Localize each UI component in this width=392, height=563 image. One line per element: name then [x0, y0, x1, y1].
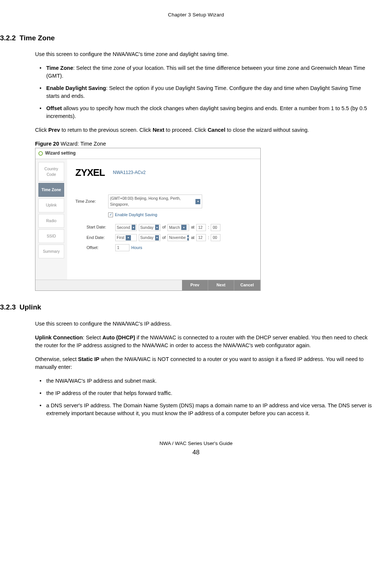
- at-text: at: [191, 235, 194, 241]
- uplink-dhcp-para: Uplink Connection: Select Auto (DHCP) if…: [35, 334, 373, 349]
- colon: :: [208, 224, 209, 230]
- offset-label: Offset:: [87, 245, 113, 251]
- end-hour-input[interactable]: 12: [196, 234, 206, 241]
- start-day-value: Sunday: [140, 225, 154, 230]
- timezone-value: (GMT+08:00) Beijing, Hong Kong, Perth, S…: [110, 196, 194, 207]
- prev-button[interactable]: Prev: [182, 280, 208, 290]
- end-min-input[interactable]: 00: [211, 234, 220, 241]
- start-date-label: Start Date:: [87, 224, 113, 230]
- wizard-titlebar: Wizard setting: [35, 148, 260, 159]
- chapter-header: Chapter 3 Setup Wizard: [19, 11, 373, 19]
- nav-next-bold: Next: [153, 127, 164, 133]
- nav-cancel-bold: Cancel: [208, 127, 226, 133]
- offset-input[interactable]: 1: [115, 244, 129, 251]
- page-number: 48: [19, 448, 373, 457]
- section-number: 3.2.2: [0, 34, 16, 42]
- bullet-text: : Select the time zone of your location.…: [46, 65, 365, 79]
- dropdown-arrow-icon: ▾: [181, 225, 186, 230]
- timezone-label: Time Zone:: [75, 199, 108, 205]
- section-title: Uplink: [19, 303, 41, 311]
- end-week-select[interactable]: First▾: [115, 234, 137, 241]
- dropdown-arrow-icon: ▾: [155, 225, 159, 230]
- uplink-intro: Use this screen to configure the NWA/WAC…: [35, 320, 373, 328]
- wizard-step-country[interactable]: Country Code: [38, 162, 64, 181]
- start-hour-input[interactable]: 12: [196, 224, 206, 231]
- section-title: Time Zone: [19, 34, 55, 42]
- timezone-row: Time Zone: (GMT+08:00) Beijing, Hong Kon…: [75, 195, 252, 208]
- next-button[interactable]: Next: [208, 280, 234, 290]
- offset-row: Offset: 1 Hours: [87, 244, 252, 251]
- wizard-step-timezone[interactable]: Time Zone: [38, 183, 64, 197]
- wizard-step-ssid[interactable]: SSID: [38, 229, 64, 243]
- start-date-row: Start Date: Second▾ Sunday▾ of March▾ at…: [87, 224, 252, 231]
- dropdown-arrow-icon: ▾: [195, 199, 200, 204]
- end-week-value: First: [117, 235, 124, 240]
- at-text: at: [191, 224, 194, 230]
- end-date-label: End Date:: [87, 235, 113, 241]
- bullet-item: Enable Daylight Saving: Select the optio…: [42, 84, 373, 100]
- wizard-main: ZYXEL NWA1123-ACv2 Time Zone: (GMT+08:00…: [67, 159, 260, 280]
- timezone-select[interactable]: (GMT+08:00) Beijing, Hong Kong, Perth, S…: [108, 195, 202, 208]
- bullet-text: allows you to specify how much the clock…: [46, 105, 367, 119]
- uplink-connection-bold: Uplink Connection: [35, 335, 83, 340]
- colon: :: [208, 235, 209, 241]
- wizard-dialog: Wizard setting Country Code Time Zone Up…: [35, 148, 261, 291]
- section-number: 3.2.3: [0, 303, 16, 311]
- end-date-row: End Date: First▾ Sunday▾ of Novembe▾ at …: [87, 234, 252, 241]
- end-month-value: Novembe: [169, 235, 186, 240]
- start-week-value: Second: [117, 225, 130, 230]
- bullet-item: the IP address of the router that helps …: [42, 389, 373, 397]
- uplink-static-para: Otherwise, select Static IP when the NWA…: [35, 355, 373, 371]
- dropdown-arrow-icon: ▾: [155, 235, 159, 240]
- auto-dhcp-bold: Auto (DHCP): [102, 335, 135, 340]
- figure-title: Wizard: Time Zone: [59, 141, 106, 147]
- of-text: of: [162, 235, 166, 241]
- section-heading-timezone: 3.2.2Time Zone: [0, 33, 373, 43]
- dropdown-arrow-icon: ▾: [126, 235, 131, 240]
- end-month-select[interactable]: Novembe▾: [167, 234, 189, 241]
- intro-text: Use this screen to configure the NWA/WAC…: [35, 50, 373, 58]
- figure-caption: Figure 20 Wizard: Time Zone: [35, 140, 373, 148]
- end-day-select[interactable]: Sunday▾: [139, 234, 160, 241]
- start-month-select[interactable]: March▾: [167, 224, 189, 231]
- bullet-item: Offset allows you to specify how much th…: [42, 105, 373, 120]
- nav-text: Click: [35, 127, 48, 133]
- start-min-input[interactable]: 00: [211, 224, 220, 231]
- start-month-value: March: [169, 225, 180, 230]
- wizard-step-summary[interactable]: Summary: [38, 245, 64, 258]
- bullet-bold: Offset: [46, 105, 62, 111]
- guide-name: NWA / WAC Series User's Guide: [19, 440, 373, 447]
- bullet-item: a DNS server's IP address. The Domain Na…: [42, 402, 373, 417]
- wizard-step-uplink[interactable]: Uplink: [38, 198, 64, 212]
- wizard-step-radio[interactable]: Radio: [38, 214, 64, 228]
- start-week-select[interactable]: Second▾: [115, 224, 137, 231]
- section-heading-uplink: 3.2.3Uplink: [0, 302, 373, 312]
- brand-logo: ZYXEL: [75, 166, 105, 180]
- wizard-title: Wizard setting: [45, 150, 76, 156]
- dst-checkbox-row: ✓ Enable Daylight Saving: [108, 212, 252, 218]
- nav-text: to return to the previous screen. Click: [60, 127, 153, 133]
- of-text: of: [162, 224, 166, 230]
- bullet-list-timezone: Time Zone: Select the time zone of your …: [42, 64, 373, 120]
- bullet-bold: Enable Daylight Saving: [46, 85, 106, 91]
- nav-prev-bold: Prev: [48, 127, 60, 133]
- brand-row: ZYXEL NWA1123-ACv2: [75, 166, 252, 180]
- nav-text: to proceed. Click: [164, 127, 208, 133]
- figure-number: Figure 20: [35, 141, 59, 147]
- dst-checkbox-label: Enable Daylight Saving: [115, 212, 157, 218]
- para-text: : Select: [83, 335, 102, 340]
- dst-checkbox[interactable]: ✓: [108, 212, 113, 217]
- dropdown-arrow-icon: ▾: [132, 225, 135, 230]
- wizard-sidebar: Country Code Time Zone Uplink Radio SSID…: [35, 159, 67, 280]
- nav-text: to close the wizard without saving.: [225, 127, 309, 133]
- dst-section: Start Date: Second▾ Sunday▾ of March▾ at…: [87, 224, 252, 252]
- bullet-bold: Time Zone: [46, 65, 73, 71]
- offset-unit: Hours: [131, 245, 142, 251]
- cancel-button[interactable]: Cancel: [234, 280, 260, 290]
- page-footer: NWA / WAC Series User's Guide 48: [19, 440, 373, 457]
- static-ip-bold: Static IP: [78, 356, 99, 362]
- para-text: Otherwise, select: [35, 356, 78, 362]
- bullet-item: Time Zone: Select the time zone of your …: [42, 64, 373, 80]
- start-day-select[interactable]: Sunday▾: [139, 224, 160, 231]
- bullet-item: the NWA/WAC's IP address and subnet mask…: [42, 377, 373, 385]
